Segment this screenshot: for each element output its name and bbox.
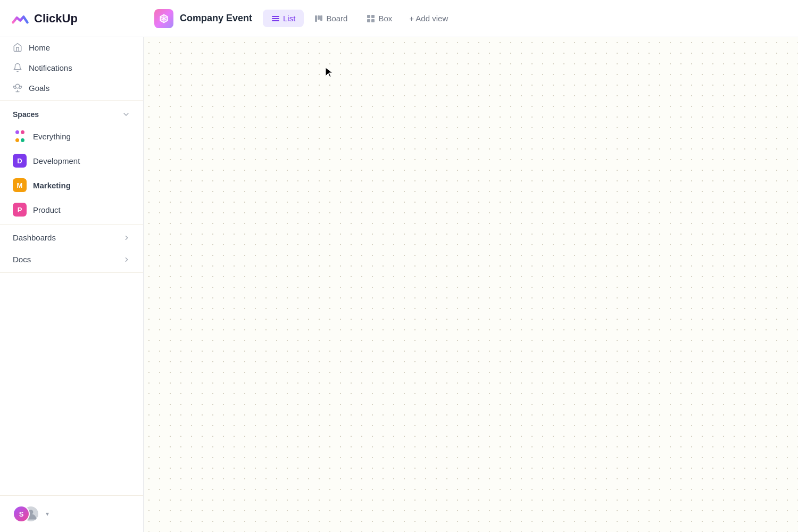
logo-text: ClickUp [34, 12, 78, 26]
avatar-stack: S [13, 504, 40, 523]
tab-board-label: Board [326, 14, 347, 23]
sidebar: Home Notifications Goals Spaces [0, 37, 144, 532]
user-avatar-primary: S [13, 505, 30, 522]
project-title: Company Event [180, 13, 252, 24]
sidebar-item-goals[interactable]: Goals [0, 78, 143, 98]
tab-box[interactable]: Box [358, 10, 401, 27]
chevron-right-icon [123, 234, 130, 242]
docs-label: Docs [13, 255, 31, 264]
svg-rect-4 [318, 15, 320, 20]
svg-rect-3 [315, 15, 317, 22]
cursor [325, 66, 335, 81]
development-label: Development [33, 156, 80, 165]
product-label: Product [33, 205, 61, 214]
project-icon [154, 9, 173, 28]
svg-rect-6 [367, 15, 370, 18]
sidebar-item-everything[interactable]: Everything [0, 124, 143, 148]
everything-label: Everything [33, 132, 71, 141]
clickup-logo-icon [11, 9, 30, 28]
bell-icon [13, 63, 22, 72]
add-view-button[interactable]: + Add view [403, 10, 454, 27]
sidebar-item-dashboards[interactable]: Dashboards [0, 227, 143, 248]
divider-3 [0, 272, 143, 273]
svg-rect-0 [272, 16, 279, 17]
svg-rect-5 [320, 15, 322, 21]
divider-1 [0, 100, 143, 101]
sidebar-item-product[interactable]: P Product [0, 197, 143, 222]
sidebar-item-notifications[interactable]: Notifications [0, 57, 143, 78]
home-icon [13, 43, 22, 52]
divider-2 [0, 224, 143, 225]
spaces-label: Spaces [13, 110, 39, 119]
add-view-label: + Add view [409, 14, 448, 23]
trophy-icon [13, 83, 22, 93]
main-content [144, 37, 798, 532]
tab-list[interactable]: List [263, 10, 304, 27]
goals-label: Goals [29, 84, 49, 93]
sidebar-item-docs[interactable]: Docs [0, 248, 143, 270]
header-nav: Company Event List Board [154, 9, 787, 28]
svg-rect-9 [371, 19, 375, 22]
home-label: Home [29, 43, 50, 52]
tab-board[interactable]: Board [306, 10, 356, 27]
marketing-avatar: M [13, 178, 27, 192]
marketing-label: Marketing [33, 181, 71, 190]
svg-rect-7 [371, 15, 375, 18]
svg-rect-1 [272, 18, 279, 19]
header: ClickUp Company Event List Board [0, 0, 798, 37]
development-avatar: D [13, 154, 27, 168]
user-area[interactable]: S ▾ [0, 495, 143, 532]
svg-rect-2 [272, 20, 279, 21]
sidebar-item-marketing[interactable]: M Marketing [0, 173, 143, 197]
user-chevron-icon: ▾ [46, 510, 49, 518]
dashboards-label: Dashboards [13, 233, 56, 242]
chevron-down-icon [122, 110, 130, 119]
body-layout: Home Notifications Goals Spaces [0, 37, 798, 532]
tab-box-label: Box [378, 14, 392, 23]
spaces-header[interactable]: Spaces [0, 103, 143, 124]
sidebar-item-home[interactable]: Home [0, 37, 143, 57]
svg-point-10 [15, 84, 20, 88]
chevron-right-icon-2 [123, 256, 130, 263]
everything-dots-icon [13, 129, 27, 143]
product-avatar: P [13, 203, 27, 217]
tab-list-label: List [283, 14, 295, 23]
sidebar-item-development[interactable]: D Development [0, 148, 143, 173]
logo-area: ClickUp [11, 9, 154, 28]
svg-rect-8 [367, 19, 370, 22]
notifications-label: Notifications [29, 63, 72, 72]
